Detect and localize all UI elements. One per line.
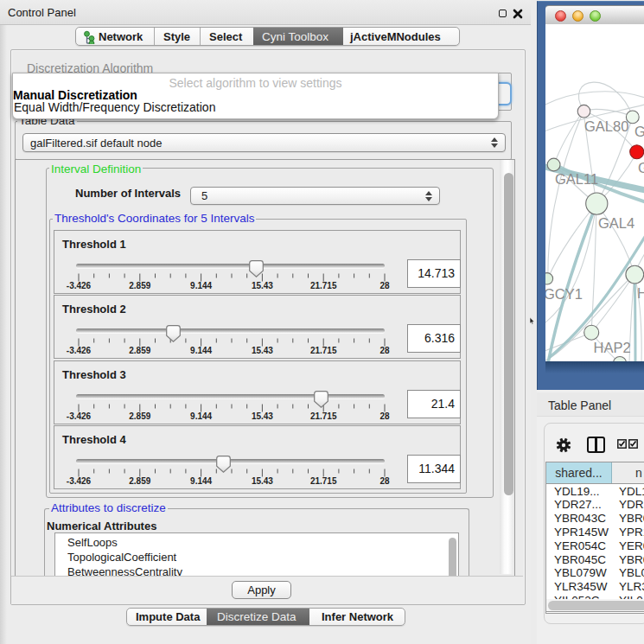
svg-text:GAL4: GAL4: [598, 215, 634, 231]
svg-text:H: H: [637, 285, 644, 301]
svg-text:GAL80: GAL80: [584, 118, 628, 134]
svg-text:HAP2: HAP2: [594, 340, 631, 355]
svg-text:GCY1: GCY1: [545, 286, 583, 302]
svg-text:G: G: [638, 160, 644, 175]
svg-text:GAL11: GAL11: [555, 171, 598, 187]
svg-text:GA: GA: [634, 124, 644, 139]
